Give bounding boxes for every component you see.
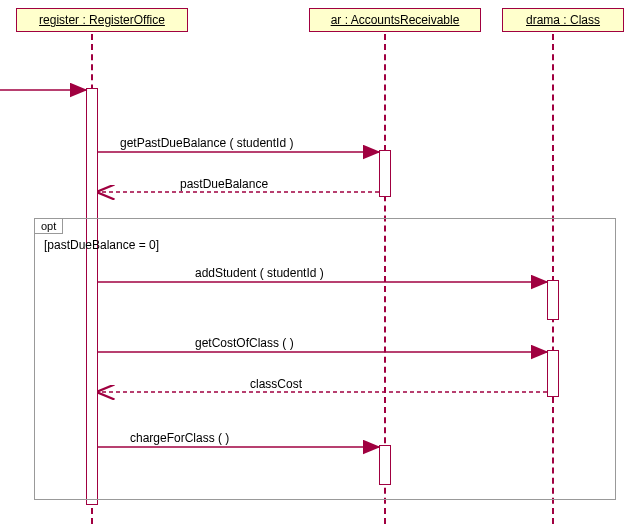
msg-getCostOfClass: getCostOfClass ( ) bbox=[195, 336, 294, 350]
return-classCost: classCost bbox=[250, 377, 302, 391]
return-pastDueBalance: pastDueBalance bbox=[180, 177, 268, 191]
fragment-opt-guard: [pastDueBalance = 0] bbox=[44, 238, 159, 252]
participant-register: register : RegisterOffice bbox=[16, 8, 188, 32]
participant-register-label: register : RegisterOffice bbox=[39, 13, 165, 27]
fragment-opt: opt bbox=[34, 218, 616, 500]
fragment-opt-tab: opt bbox=[34, 218, 63, 234]
msg-chargeForClass: chargeForClass ( ) bbox=[130, 431, 229, 445]
participant-ar-label: ar : AccountsReceivable bbox=[331, 13, 460, 27]
fragment-opt-type: opt bbox=[41, 220, 56, 232]
activation-ar-1 bbox=[379, 150, 391, 197]
msg-addStudent: addStudent ( studentId ) bbox=[195, 266, 324, 280]
participant-ar: ar : AccountsReceivable bbox=[309, 8, 481, 32]
participant-drama-label: drama : Class bbox=[526, 13, 600, 27]
msg-getPastDueBalance: getPastDueBalance ( studentId ) bbox=[120, 136, 293, 150]
participant-drama: drama : Class bbox=[502, 8, 624, 32]
